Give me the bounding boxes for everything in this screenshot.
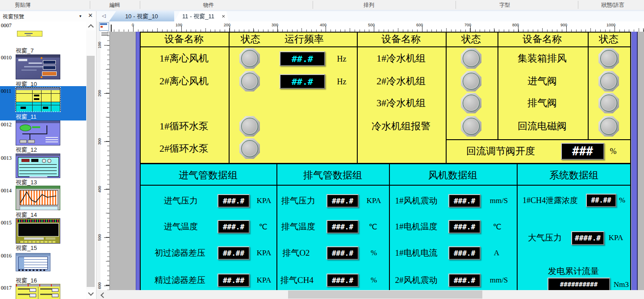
ribbon-group-clipboard[interactable]: 剪貼簿 [15,1,31,9]
ribbon-group-object[interactable]: 物件 [203,1,214,9]
data-display[interactable]: ##.## [217,274,250,287]
reflux-valve-label[interactable]: 回流调节阀开度 [466,145,535,158]
unit-label[interactable]: ℃ [259,222,267,232]
data-label[interactable]: 1#CH4泄露浓度 [523,195,578,206]
device-label[interactable]: 排气阀 [527,96,557,110]
status-lamp[interactable] [239,116,260,137]
window-thumbnail[interactable] [16,253,50,271]
unit-label[interactable]: Hz [337,54,347,64]
tab-window-10[interactable]: 10 - 視窗_10 [109,11,174,21]
unit-label[interactable]: mm/S [490,196,508,205]
unit-label[interactable]: % [371,249,377,257]
scroll-down-button[interactable] [86,289,95,298]
frequency-display[interactable]: ##.# [280,74,325,89]
ruler-origin-icon[interactable] [99,22,109,31]
data-display[interactable]: ###.# [448,246,481,260]
data-display[interactable]: ###.# [326,194,359,208]
status-lamp[interactable] [461,48,481,69]
data-display[interactable]: ###.# [326,246,359,260]
status-lamp[interactable] [239,48,260,69]
device-label[interactable]: 集装箱排风 [518,52,567,65]
panel-close-icon[interactable]: ✕ [88,12,93,19]
panel-collapse-icon[interactable]: ▼ [79,14,82,18]
data-label[interactable]: 排气压力 [281,195,315,207]
status-lamp[interactable] [239,71,260,91]
unit-label[interactable]: KPA [609,233,623,242]
window-thumbnail[interactable] [16,154,60,178]
scroll-up-button[interactable] [86,21,95,30]
device-label[interactable]: 2#冷水机组 [376,75,426,88]
status-lamp[interactable] [598,48,619,69]
device-label[interactable]: 1#循环水泵 [159,120,209,133]
data-label[interactable]: 发电累计流量 [548,266,599,277]
design-canvas[interactable]: 设备名称 状态 运行频率 设备名称 状态 设备名称 状态 1#离心风机 2#离心… [110,32,644,290]
unit-label[interactable]: KPA [257,276,271,285]
data-label[interactable]: 2#风机震动 [395,274,438,286]
data-display[interactable]: ###.# [326,274,359,287]
frequency-display[interactable]: ##.# [280,51,325,66]
data-label[interactable]: 大气压力 [528,232,562,244]
window-thumbnail[interactable] [16,186,60,210]
column-header[interactable]: 状态 [241,33,260,46]
unit-label[interactable]: KPA [367,196,381,205]
unit-label[interactable]: ℃ [493,222,501,232]
reflux-valve-display[interactable]: ### [561,143,604,160]
unit-label[interactable]: Hz [337,77,347,87]
column-header[interactable]: 状态 [599,33,619,46]
column-header[interactable]: 设备名称 [523,33,562,46]
data-label[interactable]: 精过滤器差压 [155,274,205,286]
device-label[interactable]: 冷水机组报警 [372,120,431,133]
data-label[interactable]: 1#电机温度 [395,221,438,233]
tab-scroll-left-icon[interactable]: ◁ [102,13,105,19]
window-thumbnail[interactable] [16,87,60,112]
data-display[interactable]: ###.# [448,274,481,287]
status-lamp[interactable] [461,93,481,113]
status-lamp[interactable] [461,71,481,91]
data-display[interactable]: ###.# [217,194,250,208]
data-label[interactable]: 进气压力 [164,195,198,207]
tab-window-11[interactable]: 11 - 視窗_11 × [174,11,229,22]
window-thumbnail[interactable] [16,218,60,244]
data-label[interactable]: 进气温度 [164,221,198,233]
window-thumbnail[interactable] [16,54,60,79]
data-display[interactable]: ###.# [326,220,359,233]
device-label[interactable]: 2#离心风机 [159,75,209,88]
column-header[interactable]: 运行频率 [284,33,324,46]
unit-label[interactable]: % [619,196,625,205]
scroll-left-button[interactable] [98,291,106,298]
ribbon-group-arrange[interactable]: 排列 [364,1,374,9]
device-label[interactable]: 1#离心风机 [159,52,209,65]
data-label[interactable]: 排气CH4 [280,274,314,286]
unit-label[interactable]: KPA [257,249,271,257]
data-label[interactable]: 1#风机震动 [395,195,438,207]
unit-label[interactable]: A [494,249,499,257]
data-display[interactable]: ###.# [448,220,481,233]
status-lamp[interactable] [598,71,619,91]
data-display[interactable]: ########## [548,278,610,290]
group-title[interactable]: 风机数据组 [428,169,477,182]
ribbon-group-edit[interactable]: 編輯 [109,1,120,9]
data-label[interactable]: 排气O2 [282,247,309,259]
window-thumbnail[interactable] [16,120,60,145]
canvas-hscroll-thumb[interactable] [288,291,482,299]
data-display[interactable]: ##.## [217,246,250,260]
window-thumbnail[interactable] [16,284,60,299]
window-thumbnail[interactable] [17,31,42,37]
unit-label[interactable]: ℃ [368,222,377,232]
unit-label[interactable]: Nm3 [614,280,629,289]
data-label[interactable]: 排气温度 [281,221,315,233]
data-label[interactable]: 1#电机电流 [395,247,438,259]
data-label[interactable]: 初过滤器差压 [155,247,205,259]
canvas-hscrollbar[interactable] [96,290,644,299]
column-header[interactable]: 状态 [461,33,481,46]
data-display[interactable]: ####.# [571,231,604,245]
device-label[interactable]: 进气阀 [527,75,557,88]
unit-label[interactable]: mm/S [490,276,508,285]
status-lamp[interactable] [239,138,260,159]
group-title[interactable]: 进气管数据组 [179,169,238,182]
status-lamp[interactable] [461,116,481,137]
data-display[interactable]: ##.## [586,194,616,207]
status-lamp[interactable] [598,93,619,113]
column-header[interactable]: 设备名称 [381,33,421,46]
data-display[interactable]: ###.# [448,194,481,208]
